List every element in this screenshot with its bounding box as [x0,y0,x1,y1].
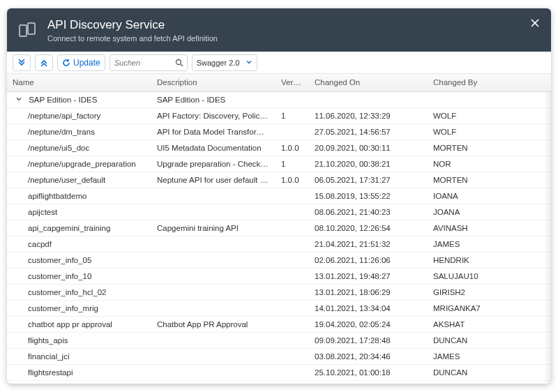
table-row[interactable]: /neptune/upgrade_preparationUpgrade prep… [7,156,551,172]
cell-version: 1 [276,156,309,172]
cell-changed_by: AVINASH [428,220,551,236]
table-row[interactable]: customer_info_mrig14.01.2021, 13:34:04MR… [7,300,551,316]
table-row[interactable]: customer_info_1013.01.2021, 19:48:27SALU… [7,268,551,284]
group-row[interactable]: SAP Edition - IDES SAP Edition - IDES [7,91,551,107]
table-row[interactable]: customer_info_0502.06.2021, 11:26:06HEND… [7,252,551,268]
cell-name: customer_info_05 [7,252,151,268]
table-row[interactable]: api_capgemini_trainingCapgemini training… [7,220,551,236]
update-label: Update [73,58,100,68]
table-row[interactable]: cacpdf21.04.2021, 21:51:32JAMES [7,236,551,252]
cell-description: Neptune API for user default data [151,172,276,188]
cell-version [276,252,309,268]
cell-changed_on: 06.05.2021, 17:31:27 [309,172,428,188]
cell-version [276,268,309,284]
cell-changed_on: 13.03.2020, 16:43:16 [309,380,428,384]
group-description: SAP Edition - IDES [151,91,276,107]
cell-changed_on: 14.01.2021, 13:34:04 [309,300,428,316]
table-row[interactable]: /neptune/dm_transAPI for Data Model Tran… [7,123,551,140]
header-text: API Discovery Service Connect to remote … [47,18,218,43]
svg-rect-0 [20,25,27,36]
cell-version [276,220,309,236]
cell-version: 1 [276,107,309,123]
cell-description [151,364,276,380]
cell-description [151,252,276,268]
cell-name: /neptune/upgrade_preparation [7,156,151,172]
cell-changed_by: GIRISH2 [428,284,551,300]
cell-name: flightsrestapi [7,364,151,380]
cell-changed_on: 09.09.2021, 17:28:48 [309,332,428,348]
table-row[interactable]: flightsrestapi25.10.2021, 01:00:18DUNCAN [7,364,551,380]
cell-version [276,204,309,220]
cell-description [151,268,276,284]
col-version[interactable]: Version [276,74,309,91]
cell-changed_on: 13.01.2021, 19:48:27 [309,268,428,284]
cell-name: /neptune/api_factory [7,107,151,123]
cell-changed_on: 03.08.2021, 20:34:46 [309,348,428,364]
cell-name: /neptune/user_default [7,172,151,188]
cell-description: API for Data Model Transformations [151,123,276,140]
cell-changed_on: 15.08.2019, 13:55:22 [309,188,428,204]
table-row[interactable]: financial_jci03.08.2021, 20:34:46JAMES [7,348,551,364]
col-name[interactable]: Name [7,74,151,91]
cell-changed_by: DUNCAN [428,332,551,348]
cell-description [151,380,276,384]
cell-name: customer_info_mrig [7,300,151,316]
col-description[interactable]: Description [151,74,276,91]
dialog-subtitle: Connect to remote system and fetch API d… [47,34,218,43]
cell-description [151,204,276,220]
col-changed-by[interactable]: Changed By [428,74,551,91]
cell-changed_by: MORTEN [428,140,551,156]
table-row[interactable]: apijctest08.06.2021, 21:40:23JOANA [7,204,551,220]
service-icon [17,20,38,40]
expand-all-button[interactable] [13,54,31,71]
cell-changed_on: 21.04.2021, 21:51:32 [309,236,428,252]
cell-description [151,300,276,316]
table-row[interactable]: chatbot app pr approvalChatbot App PR Ap… [7,316,551,332]
cell-description: UI5 Metadata Documentation [151,140,276,156]
format-select[interactable]: Swagger 2.0 [192,54,257,71]
cell-changed_by: SALUJAU10 [428,268,551,284]
cell-version [276,316,309,332]
update-button[interactable]: Update [57,54,105,71]
cell-description [151,188,276,204]
cell-description [151,236,276,252]
cell-changed_by: JAMES [428,348,551,364]
cell-name: /neptune/ui5_doc [7,140,151,156]
cell-version [276,123,309,140]
cell-name: /neptune/dm_trans [7,123,151,140]
table-row[interactable]: /neptune/ui5_docUI5 Metadata Documentati… [7,140,551,156]
dialog-title: API Discovery Service [47,18,218,32]
cell-name: cacpdf [7,236,151,252]
table-row[interactable]: apiflightbatdemo15.08.2019, 13:55:22IOAN… [7,188,551,204]
cell-version [276,236,309,252]
cell-version [276,332,309,348]
table-row[interactable]: /neptune/api_factoryAPI Factory: Discove… [7,107,551,123]
search-field[interactable] [110,54,188,71]
table-row[interactable]: customer_info_hcl_0213.01.2021, 18:06:29… [7,284,551,300]
api-table: Name Description Version Changed On Chan… [7,74,551,384]
cell-description [151,284,276,300]
cell-name: flights_apis [7,332,151,348]
toolbar: Update Swagger 2.0 [7,52,551,74]
cell-changed_by: DUNCAN [428,364,551,380]
search-input[interactable] [114,59,176,67]
cell-description: Capgemini training API [151,220,276,236]
cell-changed_by: AKSHAT [428,316,551,332]
col-changed-on[interactable]: Changed On [309,74,428,91]
cell-description: Chatbot App PR Approval [151,316,276,332]
cell-changed_on: 25.10.2021, 01:00:18 [309,364,428,380]
format-selected: Swagger 2.0 [197,59,240,67]
table-header: Name Description Version Changed On Chan… [7,74,551,91]
table-row[interactable]: fligths demo13.03.2020, 16:43:16DAVID [7,380,551,384]
chevron-down-icon[interactable] [15,96,24,103]
collapse-all-button[interactable] [35,54,53,71]
table-row[interactable]: /neptune/user_defaultNeptune API for use… [7,172,551,188]
table-scroll[interactable]: Name Description Version Changed On Chan… [7,74,551,384]
table-row[interactable]: flights_apis09.09.2021, 17:28:48DUNCAN [7,332,551,348]
cell-version [276,380,309,384]
cell-name: chatbot app pr approval [7,316,151,332]
close-button[interactable] [527,15,543,31]
cell-changed_on: 27.05.2021, 14:56:57 [309,123,428,140]
cell-description: Upgrade preparation - Check for open Rep… [151,156,276,172]
cell-changed_by: HENDRIK [428,252,551,268]
